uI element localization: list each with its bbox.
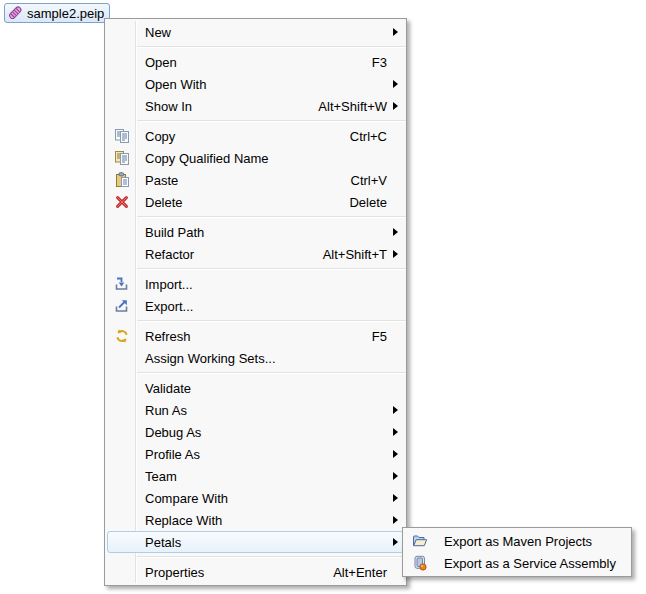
context-menu-item-paste[interactable]: PasteCtrl+V: [107, 169, 404, 191]
menu-item-label: New: [135, 25, 171, 40]
right-triangle: [393, 538, 398, 546]
context-menu: NewOpenF3Open WithShow InAlt+Shift+WCopy…: [104, 18, 407, 586]
icon-slot-empty: [108, 224, 135, 240]
menu-item-shortcut: F5: [348, 329, 387, 344]
menu-separator: [136, 556, 406, 558]
menu-item-label: Compare With: [135, 491, 228, 506]
submenu-arrow-icon: [387, 228, 403, 236]
menu-item-shortcut: Alt+Shift+W: [294, 99, 387, 114]
petals-submenu-item-export-as-maven-projects[interactable]: Export as Maven Projects: [405, 530, 629, 552]
submenu-arrow-icon: [387, 538, 403, 546]
context-menu-item-open[interactable]: OpenF3: [107, 51, 404, 73]
context-menu-item-assign-working-sets[interactable]: Assign Working Sets...: [107, 347, 404, 369]
right-triangle: [393, 472, 398, 480]
context-menu-item-debug-as[interactable]: Debug As: [107, 421, 404, 443]
context-menu-item-copy-qualified-name[interactable]: Copy Qualified Name: [107, 147, 404, 169]
right-triangle: [393, 516, 398, 524]
menu-item-label: Debug As: [135, 425, 201, 440]
icon-slot-empty: [108, 512, 135, 528]
context-menu-item-team[interactable]: Team: [107, 465, 404, 487]
submenu-arrow-icon: [387, 494, 403, 502]
menu-item-label: Profile As: [135, 447, 200, 462]
context-menu-item-petals[interactable]: Petals: [107, 531, 404, 553]
open-folder-icon: [406, 533, 436, 549]
menu-item-shortcut: Delete: [325, 195, 387, 210]
right-triangle: [393, 80, 398, 88]
menu-item-label: Open: [135, 55, 177, 70]
icon-slot-empty: [108, 402, 135, 418]
copy-qualified-name-icon: [108, 150, 135, 166]
icon-slot-empty: [108, 380, 135, 396]
context-menu-item-delete[interactable]: DeleteDelete: [107, 191, 404, 213]
context-menu-item-build-path[interactable]: Build Path: [107, 221, 404, 243]
icon-slot-empty: [108, 424, 135, 440]
menu-separator: [136, 46, 406, 48]
menu-item-shortcut: Alt+Enter: [309, 565, 387, 580]
context-menu-item-open-with[interactable]: Open With: [107, 73, 404, 95]
icon-slot-empty: [108, 54, 135, 70]
submenu-arrow-icon: [387, 80, 403, 88]
right-triangle: [393, 450, 398, 458]
menu-separator: [136, 216, 406, 218]
right-triangle: [393, 494, 398, 502]
petals-submenu-item-export-as-a-service-assembly[interactable]: Export as a Service Assembly: [405, 552, 629, 574]
service-assembly-icon: [406, 555, 436, 571]
icon-slot-empty: [108, 24, 135, 40]
menu-separator: [136, 120, 406, 122]
selected-file-label: sample2.peip: [27, 6, 104, 21]
context-menu-item-replace-with[interactable]: Replace With: [107, 509, 404, 531]
copy-icon: [108, 128, 135, 144]
icon-slot-empty: [108, 490, 135, 506]
submenu-arrow-icon: [387, 428, 403, 436]
context-menu-item-export[interactable]: Export...: [107, 295, 404, 317]
right-triangle: [393, 250, 398, 258]
menu-item-label: Export...: [135, 299, 193, 314]
menu-item-label: Paste: [135, 173, 178, 188]
right-triangle: [393, 228, 398, 236]
menu-item-label: Show In: [135, 99, 192, 114]
context-menu-item-copy[interactable]: CopyCtrl+C: [107, 125, 404, 147]
icon-slot-empty: [108, 76, 135, 92]
right-triangle: [393, 428, 398, 436]
menu-item-label: Validate: [135, 381, 191, 396]
context-menu-item-profile-as[interactable]: Profile As: [107, 443, 404, 465]
menu-item-label: Replace With: [135, 513, 222, 528]
menu-item-label: Petals: [135, 535, 181, 550]
menu-item-label: Assign Working Sets...: [135, 351, 276, 366]
menu-item-label: Refresh: [135, 329, 191, 344]
icon-slot-empty: [108, 246, 135, 262]
menu-separator: [136, 372, 406, 374]
context-menu-item-new[interactable]: New: [107, 21, 404, 43]
icon-slot-empty: [108, 446, 135, 462]
submenu-arrow-icon: [387, 450, 403, 458]
context-menu-item-import[interactable]: Import...: [107, 273, 404, 295]
context-menu-item-properties[interactable]: PropertiesAlt+Enter: [107, 561, 404, 583]
submenu-arrow-icon: [387, 516, 403, 524]
right-triangle: [393, 406, 398, 414]
context-menu-item-refactor[interactable]: RefactorAlt+Shift+T: [107, 243, 404, 265]
context-menu-item-compare-with[interactable]: Compare With: [107, 487, 404, 509]
selected-file[interactable]: sample2.peip: [4, 3, 110, 23]
delete-icon: [108, 194, 135, 210]
menu-separator: [136, 320, 406, 322]
menu-item-label: Delete: [135, 195, 183, 210]
icon-slot-empty: [108, 468, 135, 484]
context-menu-item-refresh[interactable]: RefreshF5: [107, 325, 404, 347]
context-menu-item-run-as[interactable]: Run As: [107, 399, 404, 421]
menu-item-label: Open With: [135, 77, 206, 92]
menu-separator: [136, 268, 406, 270]
submenu-arrow-icon: [387, 28, 403, 36]
submenu-arrow-icon: [387, 102, 403, 110]
submenu-arrow-icon: [387, 472, 403, 480]
right-triangle: [393, 102, 398, 110]
icon-slot-empty: [108, 98, 135, 114]
menu-item-shortcut: F3: [348, 55, 387, 70]
icon-slot-empty: [108, 534, 135, 550]
icon-slot-empty: [108, 350, 135, 366]
context-menu-item-validate[interactable]: Validate: [107, 377, 404, 399]
menu-item-label: Export as a Service Assembly: [436, 556, 616, 571]
menu-item-label: Run As: [135, 403, 187, 418]
menu-item-shortcut: Ctrl+C: [326, 129, 387, 144]
menu-item-label: Refactor: [135, 247, 194, 262]
context-menu-item-show-in[interactable]: Show InAlt+Shift+W: [107, 95, 404, 117]
